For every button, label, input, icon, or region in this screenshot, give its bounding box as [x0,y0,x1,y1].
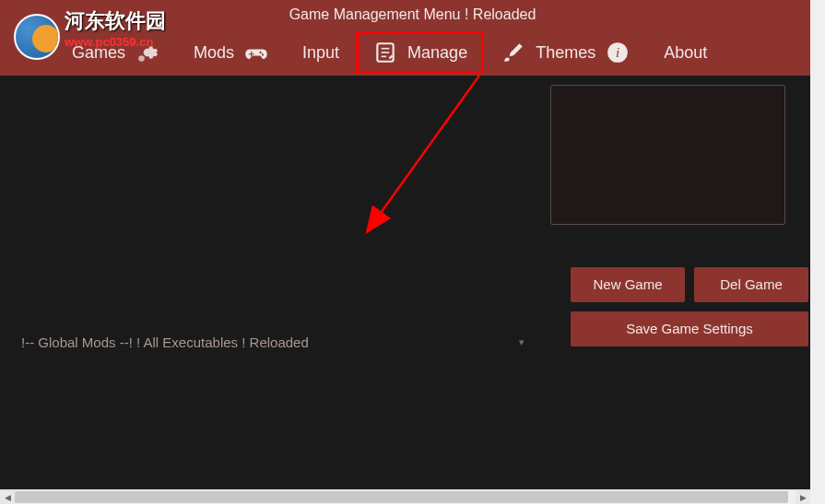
menu-themes[interactable]: Themes i [484,31,647,74]
menu-manage[interactable]: Manage [356,31,484,74]
gamepad-icon [243,40,269,65]
window-title: Game Management Menu ! Reloaded [0,0,825,29]
info-icon: i [605,40,631,65]
svg-text:i: i [616,44,619,60]
gears-icon [135,40,160,65]
new-game-button[interactable]: New Game [571,267,685,302]
game-selector-dropdown[interactable]: !-- Global Mods --! ! All Executables ! … [14,85,530,504]
dropdown-selected: !-- Global Mods --! ! All Executables ! … [21,334,309,350]
clipboard-icon [372,40,398,65]
preview-box [550,85,785,225]
scroll-left-button[interactable]: ◀ [0,490,15,504]
save-settings-button[interactable]: Save Game Settings [571,311,808,346]
menu-mods[interactable]: Mods [177,31,286,74]
menu-games[interactable]: Games [55,31,177,74]
menu-label: About [664,43,707,63]
menu-label: Manage [407,43,467,63]
scrollbar-corner [810,489,825,504]
scroll-right-button[interactable]: ▶ [796,490,810,504]
menu-input[interactable]: Input [286,31,356,74]
menu-label: Input [302,43,339,63]
menu-label: Themes [536,43,595,63]
main-menu: Games Mods Input Manage Themes i About [0,29,825,76]
svg-point-0 [138,55,145,62]
paintbrush-icon [501,40,526,65]
menu-label: Mods [194,43,234,63]
scrollbar-thumb[interactable] [15,491,788,503]
menu-about[interactable]: About [647,31,724,74]
menu-label: Games [72,43,125,63]
vertical-scrollbar[interactable] [810,0,825,489]
del-game-button[interactable]: Del Game [694,267,808,302]
horizontal-scrollbar[interactable]: ◀ ▶ [0,489,810,504]
